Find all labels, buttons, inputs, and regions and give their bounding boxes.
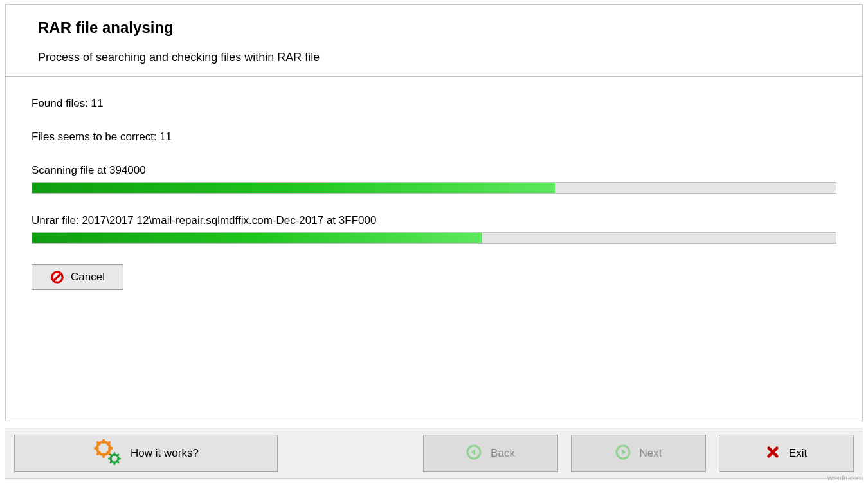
found-files-label: Found files: 11 [32,97,836,110]
exit-button-label: Exit [789,447,807,460]
scanning-progress-label: Scanning file at 394000 [32,164,836,177]
header-area: RAR file analysing Process of searching … [6,5,862,76]
scanning-progress-bar [32,182,836,194]
page-title: RAR file analysing [38,19,830,37]
svg-line-18 [111,455,112,456]
close-icon [766,445,780,462]
svg-line-19 [117,461,118,462]
svg-line-17 [111,461,112,462]
svg-line-10 [107,452,109,454]
arrow-right-circle-icon [615,444,631,463]
prohibit-icon [50,270,64,284]
svg-line-1 [54,274,61,281]
unrar-progress-label: Unrar file: 2017\2017 12\mail-repair.sql… [32,214,836,227]
next-button[interactable]: Next [571,435,706,472]
footer-bar: How it works? Back Next Exit [5,428,863,479]
back-button[interactable]: Back [423,435,558,472]
unrar-progress-group: Unrar file: 2017\2017 12\mail-repair.sql… [32,214,836,244]
unrar-progress-bar [32,232,836,244]
svg-line-7 [107,442,109,444]
correct-files-label: Files seems to be correct: 11 [32,131,836,143]
svg-line-16 [117,455,118,456]
watermark: wsxdn.com [827,474,863,482]
how-it-works-button[interactable]: How it works? [14,435,278,472]
scanning-progress-fill [32,183,555,193]
how-it-works-label: How it works? [131,447,199,460]
gears-icon [93,439,122,468]
back-button-label: Back [491,447,515,460]
svg-line-9 [98,442,100,444]
next-button-label: Next [640,447,662,460]
cancel-button[interactable]: Cancel [32,264,123,290]
page-subtitle: Process of searching and checking files … [38,51,830,64]
main-panel: RAR file analysing Process of searching … [5,4,863,421]
exit-button[interactable]: Exit [719,435,854,472]
arrow-left-circle-icon [466,444,482,463]
content-area: Found files: 11 Files seems to be correc… [6,77,862,290]
svg-line-8 [98,452,100,454]
cancel-button-label: Cancel [71,271,105,284]
footer-spacer [291,435,410,472]
unrar-progress-fill [32,233,482,243]
scanning-progress-group: Scanning file at 394000 [32,164,836,194]
